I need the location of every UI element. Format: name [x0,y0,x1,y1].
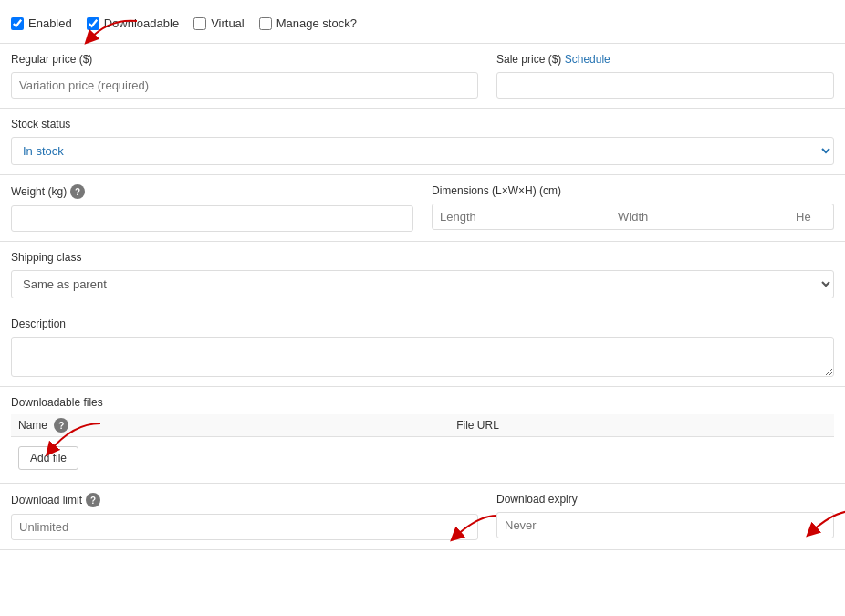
dimensions-label: Dimensions (L×W×H) (cm) [432,184,561,197]
weight-dimensions-section: Weight (kg) ? Dimensions (L×W×H) (cm) [0,175,845,242]
dimensions-group: Dimensions (L×W×H) (cm) [432,184,834,230]
description-section: Description [0,308,845,387]
manage-stock-label: Manage stock? [276,16,357,30]
shipping-class-select[interactable]: Same as parent [11,270,834,298]
downloadable-files-title: Downloadable files [11,396,834,409]
top-checkboxes-section: Enabled Downloadable Virtual Manage stoc… [0,9,845,44]
dimensions-label-row: Dimensions (L×W×H) (cm) [432,184,834,197]
files-table-header: Name ? File URL [11,414,834,437]
sale-price-input[interactable] [496,72,834,99]
height-input[interactable] [788,204,834,230]
width-input[interactable] [610,204,788,230]
regular-price-group: Regular price ($) [11,53,478,99]
downloadable-checkbox-label[interactable]: Downloadable [87,16,179,30]
checkboxes-row: Enabled Downloadable Virtual Manage stoc… [11,16,834,30]
regular-price-label: Regular price ($) [11,53,478,66]
sale-price-label: Sale price ($) Schedule [496,53,834,66]
stock-status-group: Stock status In stock Out of stock On ba… [11,118,834,165]
download-limits-row: Download limit ? Download expiry [11,493,834,540]
price-row: Regular price ($) Sale price ($) Schedul… [11,53,834,99]
download-limits-section: Download limit ? Download expiry [0,484,845,550]
enabled-label: Enabled [28,16,72,30]
weight-input[interactable] [11,205,413,232]
downloadable-checkbox[interactable] [87,17,99,30]
download-expiry-label: Download expiry [496,493,834,506]
dimensions-inputs [432,204,834,230]
files-help-icon[interactable]: ? [54,418,68,433]
length-input[interactable] [432,204,610,230]
enabled-checkbox-label[interactable]: Enabled [11,16,72,30]
download-limit-group: Download limit ? [11,493,478,540]
description-label: Description [11,318,834,330]
download-limit-input[interactable] [11,514,478,540]
description-textarea[interactable] [11,337,834,377]
col-name-header: Name ? [11,414,449,437]
downloadable-files-section: Downloadable files Name ? File URL Add f… [0,387,845,484]
weight-dim-row: Weight (kg) ? Dimensions (L×W×H) (cm) [11,184,834,232]
files-empty-row: Add file [11,437,834,475]
col-url-header: File URL [449,414,834,437]
download-limit-help-icon[interactable]: ? [86,493,100,507]
downloadable-label: Downloadable [104,16,179,30]
enabled-checkbox[interactable] [11,17,24,30]
stock-section: Stock status In stock Out of stock On ba… [0,109,845,175]
virtual-label: Virtual [211,16,245,30]
description-group: Description [11,318,834,377]
regular-price-input[interactable] [11,72,478,99]
price-section: Regular price ($) Sale price ($) Schedul… [0,44,845,109]
weight-label: Weight (kg) [11,185,67,198]
stock-status-label: Stock status [11,118,834,131]
download-limit-label: Download limit [11,494,82,506]
sale-price-group: Sale price ($) Schedule [496,53,834,99]
shipping-section: Shipping class Same as parent [0,242,845,308]
shipping-class-group: Shipping class Same as parent [11,251,834,298]
manage-stock-checkbox[interactable] [259,17,272,30]
manage-stock-checkbox-label[interactable]: Manage stock? [259,16,357,30]
schedule-link[interactable]: Schedule [565,53,610,66]
shipping-class-label: Shipping class [11,251,834,264]
download-expiry-input[interactable] [496,512,834,538]
files-table: Name ? File URL Add file [11,414,834,474]
download-expiry-group: Download expiry [496,493,834,538]
virtual-checkbox-label[interactable]: Virtual [193,16,245,30]
weight-group: Weight (kg) ? [11,184,413,232]
weight-help-icon[interactable]: ? [70,184,85,199]
stock-status-select[interactable]: In stock Out of stock On backorder [11,137,834,165]
add-file-button[interactable]: Add file [18,446,78,470]
virtual-checkbox[interactable] [193,17,206,30]
